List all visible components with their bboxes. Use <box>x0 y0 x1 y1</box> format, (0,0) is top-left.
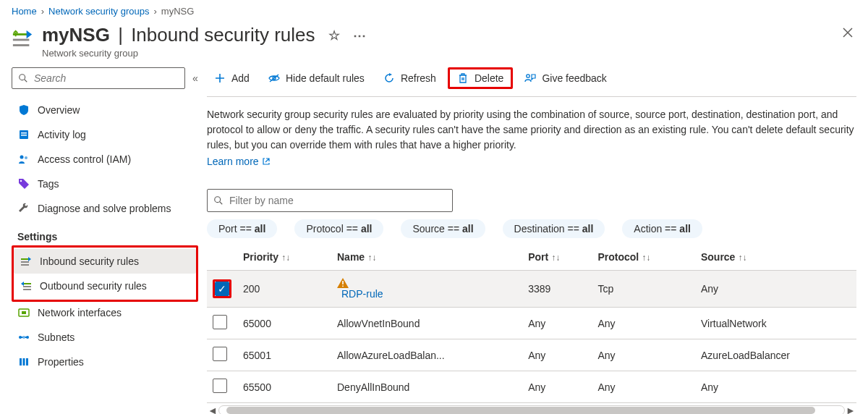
sort-icon: ↑↓ <box>551 253 560 263</box>
highlight-security-rules: Inbound security rules Outbound security… <box>12 245 198 302</box>
svg-point-10 <box>26 336 29 339</box>
nav-outbound-rules[interactable]: Outbound security rules <box>14 274 196 298</box>
btn-label: Add <box>231 72 250 84</box>
pill-protocol[interactable]: Protocol == all <box>294 219 383 238</box>
blade-title: Inbound security rules <box>131 24 315 46</box>
rules-table: Priority↑↓ Name↑↓ Port↑↓ Protocol↑↓ Sour… <box>207 244 856 403</box>
resource-name: myNSG <box>42 24 110 46</box>
table-row[interactable]: 65500DenyAllInBoundAnyAnyAny <box>207 371 856 403</box>
shield-icon <box>17 104 30 117</box>
collapse-sidebar-icon[interactable]: « <box>192 72 198 84</box>
nsg-icon <box>12 27 33 53</box>
nav-tags[interactable]: Tags <box>12 172 198 196</box>
nav-access-control[interactable]: Access control (IAM) <box>12 147 198 172</box>
nav-diagnose[interactable]: Diagnose and solve problems <box>12 196 198 221</box>
close-icon[interactable] <box>839 24 856 41</box>
delete-button[interactable]: Delete <box>448 67 513 89</box>
svg-rect-3 <box>21 135 27 136</box>
nav-activity-log[interactable]: Activity log <box>12 122 198 147</box>
svg-point-5 <box>25 156 27 159</box>
nav-label: Activity log <box>38 129 86 140</box>
cell-port: 3389 <box>522 271 592 308</box>
hide-default-button[interactable]: Hide default rules <box>261 69 372 87</box>
cell-priority: 65500 <box>237 371 331 403</box>
cell-port: Any <box>522 371 592 403</box>
pill-source[interactable]: Source == all <box>401 219 485 238</box>
btn-label: Hide default rules <box>286 72 365 84</box>
svg-point-16 <box>527 75 529 77</box>
search-icon <box>213 195 224 206</box>
svg-rect-12 <box>20 358 22 366</box>
cell-priority: 65000 <box>237 308 331 339</box>
row-checkbox[interactable] <box>213 347 227 361</box>
log-icon <box>17 128 30 141</box>
row-checkbox[interactable] <box>213 379 227 393</box>
nav-label: Overview <box>38 104 80 116</box>
sidebar: « Overview Activity log Access control (… <box>12 67 207 414</box>
btn-label: Refresh <box>401 72 436 84</box>
row-checkbox[interactable] <box>213 315 227 329</box>
nav-section-settings: Settings <box>12 221 198 247</box>
resource-type: Network security group <box>42 48 839 59</box>
cell-priority: 65001 <box>237 339 331 371</box>
tag-icon <box>17 177 30 190</box>
svg-point-0 <box>20 75 25 80</box>
row-checkbox[interactable]: ✓ <box>215 282 229 296</box>
filter-field[interactable] <box>228 194 446 207</box>
chevron-right-icon: › <box>153 6 156 17</box>
learn-more-link[interactable]: Learn more <box>207 156 271 167</box>
col-protocol[interactable]: Protocol↑↓ <box>592 244 694 271</box>
table-row[interactable]: 65000AllowVnetInBoundAnyAnyVirtualNetwor… <box>207 308 856 339</box>
nav-label: Tags <box>38 178 59 190</box>
page-description: Network security group security rules ar… <box>207 107 856 153</box>
pill-action[interactable]: Action == all <box>622 219 702 238</box>
sidebar-search[interactable] <box>12 67 185 89</box>
cell-name: DenyAllInBound <box>331 371 522 403</box>
chevron-right-icon: › <box>41 6 44 17</box>
nav-overview[interactable]: Overview <box>12 98 198 122</box>
more-menu-icon[interactable]: ⋯ <box>353 28 366 43</box>
cell-name: AllowVnetInBound <box>331 308 522 339</box>
inbound-icon <box>20 255 33 268</box>
sort-icon: ↑↓ <box>642 253 650 263</box>
nav-network-interfaces[interactable]: Network interfaces <box>12 300 198 325</box>
btn-label: Delete <box>475 72 503 84</box>
nav-subnets[interactable]: Subnets <box>12 325 198 350</box>
link-label: Learn more <box>207 156 259 167</box>
cell-protocol: Any <box>592 339 694 371</box>
nav-label: Properties <box>38 356 84 368</box>
scroll-left-icon[interactable]: ◄ <box>207 405 218 414</box>
sidebar-search-input[interactable] <box>33 72 179 85</box>
svg-rect-19 <box>342 286 344 287</box>
cell-source: Any <box>695 371 856 403</box>
crumb-home[interactable]: Home <box>12 6 37 17</box>
favorite-star-icon[interactable]: ☆ <box>328 28 340 43</box>
table-row[interactable]: 65001AllowAzureLoadBalan...AnyAnyAzureLo… <box>207 339 856 371</box>
col-port[interactable]: Port↑↓ <box>522 244 592 271</box>
breadcrumb: Home › Network security groups › myNSG <box>0 0 868 24</box>
cell-name[interactable]: RDP-rule <box>331 271 522 308</box>
plus-icon <box>214 72 226 84</box>
pill-port[interactable]: Port == all <box>207 219 277 238</box>
sort-icon: ↑↓ <box>281 253 290 263</box>
nav-properties[interactable]: Properties <box>12 350 198 374</box>
cell-source: AzureLoadBalancer <box>695 339 856 371</box>
properties-icon <box>17 355 30 368</box>
cell-protocol: Any <box>592 371 694 403</box>
col-name[interactable]: Name↑↓ <box>331 244 522 271</box>
refresh-button[interactable]: Refresh <box>376 69 443 87</box>
nav-inbound-rules[interactable]: Inbound security rules <box>14 249 196 274</box>
col-source[interactable]: Source↑↓ <box>695 244 856 271</box>
pill-destination[interactable]: Destination == all <box>503 219 605 238</box>
crumb-nsg-list[interactable]: Network security groups <box>48 6 149 17</box>
filter-input[interactable] <box>207 189 453 212</box>
feedback-button[interactable]: Give feedback <box>517 69 614 87</box>
sort-icon: ↑↓ <box>367 253 376 263</box>
subnet-icon <box>17 331 30 344</box>
col-priority[interactable]: Priority↑↓ <box>237 244 331 271</box>
add-button[interactable]: Add <box>207 69 257 87</box>
horizontal-scrollbar[interactable]: ◄ ► <box>207 405 856 414</box>
scroll-right-icon[interactable]: ► <box>845 405 856 414</box>
nav-label: Network interfaces <box>38 307 122 318</box>
table-row[interactable]: ✓200RDP-rule3389TcpAny <box>207 271 856 308</box>
